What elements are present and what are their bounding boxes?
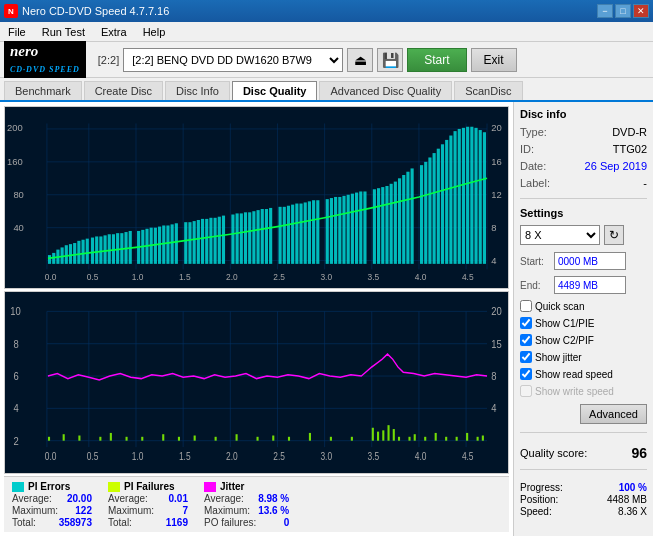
jitter-avg-value: 8.98 %	[258, 493, 289, 504]
tab-scandisc[interactable]: ScanDisc	[454, 81, 522, 100]
svg-rect-29	[99, 236, 102, 263]
pi-failures-avg-label: Average:	[108, 493, 148, 504]
svg-rect-87	[373, 189, 376, 264]
tab-create-disc[interactable]: Create Disc	[84, 81, 163, 100]
svg-text:16: 16	[491, 156, 501, 167]
exit-button[interactable]: Exit	[471, 48, 517, 72]
pi-failures-label: PI Failures	[124, 481, 175, 492]
start-button[interactable]: Start	[407, 48, 466, 72]
menu-extra[interactable]: Extra	[97, 24, 131, 40]
start-input[interactable]	[554, 252, 626, 270]
pi-errors-max-row: Maximum: 122	[12, 505, 92, 516]
disc-label-value: -	[643, 177, 647, 189]
svg-text:8: 8	[13, 337, 18, 350]
end-input[interactable]	[554, 276, 626, 294]
tab-disc-info[interactable]: Disc Info	[165, 81, 230, 100]
pi-failures-color-box	[108, 482, 120, 492]
minimize-button[interactable]: −	[597, 4, 613, 18]
svg-rect-85	[359, 191, 362, 263]
disc-date-row: Date: 26 Sep 2019	[520, 160, 647, 172]
svg-rect-163	[309, 433, 311, 441]
advanced-button[interactable]: Advanced	[580, 404, 647, 424]
svg-rect-25	[81, 240, 84, 264]
pi-failures-total-value: 1169	[166, 517, 188, 528]
svg-rect-28	[95, 236, 98, 263]
svg-rect-57	[231, 215, 234, 264]
show-jitter-row: Show jitter	[520, 351, 647, 363]
maximize-button[interactable]: □	[615, 4, 631, 18]
svg-rect-74	[308, 201, 311, 264]
svg-rect-70	[291, 205, 294, 264]
tabbar: Benchmark Create Disc Disc Info Disc Qua…	[0, 78, 653, 102]
tab-benchmark[interactable]: Benchmark	[4, 81, 82, 100]
pi-errors-total-label: Total:	[12, 517, 36, 528]
jitter-label: Jitter	[220, 481, 244, 492]
disc-date-label: Date:	[520, 160, 546, 172]
svg-rect-82	[347, 195, 350, 264]
disc-type-value: DVD-R	[612, 126, 647, 138]
jitter-po-row: PO failures: 0	[204, 517, 289, 528]
svg-rect-80	[338, 197, 341, 264]
svg-rect-77	[326, 199, 329, 264]
pi-failures-avg-row: Average: 0.01	[108, 493, 188, 504]
speed-row: 8 X ↻	[520, 225, 647, 245]
menu-run-test[interactable]: Run Test	[38, 24, 89, 40]
chart-bottom-svg: 10 8 6 4 2 20 15 8 4 0.0 0.5 1.0 1.5 2.0…	[5, 292, 508, 473]
pi-errors-avg-value: 20.00	[67, 493, 92, 504]
menu-help[interactable]: Help	[139, 24, 170, 40]
svg-text:8: 8	[491, 222, 496, 233]
svg-text:80: 80	[13, 189, 23, 200]
disc-info-title: Disc info	[520, 108, 647, 120]
quick-scan-checkbox[interactable]	[520, 300, 532, 312]
svg-rect-67	[279, 207, 282, 264]
svg-rect-59	[240, 213, 243, 263]
progress-label: Progress:	[520, 482, 563, 493]
divider1	[520, 198, 647, 199]
svg-text:4: 4	[13, 401, 18, 414]
speed-row-prog: Speed: 8.36 X	[520, 506, 647, 517]
svg-text:8: 8	[491, 369, 496, 382]
svg-rect-79	[334, 197, 337, 264]
svg-text:3.5: 3.5	[368, 272, 380, 282]
svg-rect-92	[394, 182, 397, 264]
menu-file[interactable]: File	[4, 24, 30, 40]
show-jitter-checkbox[interactable]	[520, 351, 532, 363]
disc-id-row: ID: TTG02	[520, 143, 647, 155]
svg-rect-104	[449, 136, 452, 264]
svg-rect-22	[69, 244, 72, 264]
svg-rect-48	[188, 222, 191, 264]
show-c2pif-checkbox[interactable]	[520, 334, 532, 346]
svg-rect-167	[377, 432, 379, 441]
show-c2pif-row: Show C2/PIF	[520, 334, 647, 346]
svg-rect-149	[63, 434, 65, 440]
svg-rect-86	[363, 191, 366, 263]
pi-errors-max-label: Maximum:	[12, 505, 58, 516]
svg-rect-78	[330, 198, 333, 264]
eject-button[interactable]: ⏏	[347, 48, 373, 72]
tab-disc-quality[interactable]: Disc Quality	[232, 81, 318, 100]
svg-rect-158	[215, 437, 217, 441]
svg-rect-180	[482, 436, 484, 441]
show-c1pie-row: Show C1/PIE	[520, 317, 647, 329]
svg-rect-65	[265, 209, 268, 264]
legend-area: PI Errors Average: 20.00 Maximum: 122 To…	[4, 476, 509, 532]
save-button[interactable]: 💾	[377, 48, 403, 72]
svg-rect-159	[236, 434, 238, 440]
show-write-speed-checkbox[interactable]	[520, 385, 532, 397]
svg-text:1.5: 1.5	[179, 272, 191, 282]
speed-select[interactable]: 8 X	[520, 225, 600, 245]
progress-section: Progress: 100 % Position: 4488 MB Speed:…	[520, 482, 647, 518]
svg-rect-101	[437, 149, 440, 264]
show-read-speed-checkbox[interactable]	[520, 368, 532, 380]
quick-scan-row: Quick scan	[520, 300, 647, 312]
close-button[interactable]: ✕	[633, 4, 649, 18]
show-c1pie-checkbox[interactable]	[520, 317, 532, 329]
start-row: Start:	[520, 252, 647, 270]
pi-errors-max-value: 122	[75, 505, 92, 516]
svg-rect-148	[48, 437, 50, 441]
refresh-button[interactable]: ↻	[604, 225, 624, 245]
titlebar-controls[interactable]: − □ ✕	[597, 4, 649, 18]
tab-advanced-disc-quality[interactable]: Advanced Disc Quality	[319, 81, 452, 100]
jitter-max-value: 13.6 %	[258, 505, 289, 516]
drive-select[interactable]: [2:2] BENQ DVD DD DW1620 B7W9	[123, 48, 343, 72]
